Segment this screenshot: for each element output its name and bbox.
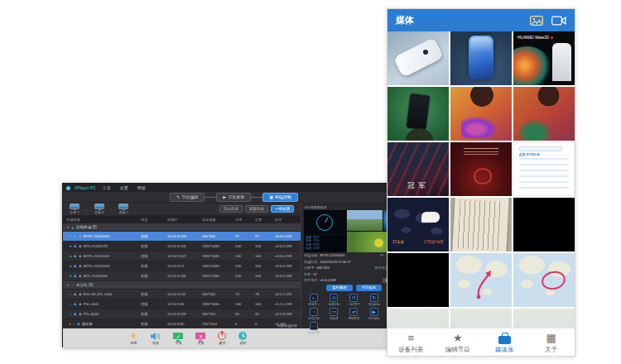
refresh-terminal-list-link[interactable]: 刷新终端列表 xyxy=(277,323,297,328)
tool-timezone[interactable]: ◔时区设置 xyxy=(304,308,324,320)
media-tile-document-photo[interactable] xyxy=(450,198,512,251)
user-icon: ♟ xyxy=(79,264,82,268)
media-tile-trip-itinerary[interactable]: 总里 47360 米 xyxy=(513,142,575,196)
refresh-list-button[interactable]: 刷新列表 xyxy=(245,205,268,213)
status-dot-icon: ○ xyxy=(70,292,72,296)
nav-about[interactable]: ▦ 关于 xyxy=(528,333,575,354)
nav-edit-program[interactable]: ★ 编辑节目 xyxy=(435,333,482,354)
media-tile-map-partial[interactable] xyxy=(388,309,449,328)
status-dot-icon: ● xyxy=(70,234,72,238)
titlebar[interactable]: XPlayer PC 工具 设置 帮助 ─ ✕ xyxy=(63,184,405,192)
user-icon: ♟ xyxy=(74,312,77,316)
user-icon: ♟ xyxy=(74,234,77,238)
media-tile-phone-in-hand[interactable] xyxy=(388,87,449,141)
media-tile-black[interactable] xyxy=(388,253,449,307)
user-icon: ♟ xyxy=(79,254,82,258)
table-row[interactable]: ▸○♟测试屏 在线10.10.9.60 750*11040 0v1.137 xyxy=(63,319,301,328)
screen-off-icon: ✕ xyxy=(195,333,205,339)
video-camera-icon[interactable] xyxy=(551,16,566,26)
table-row[interactable]: ●♟♟MT91-21050003 在线10.10.9.57 1920*10801… xyxy=(63,261,301,271)
sync-icon: ⟳ xyxy=(349,294,358,302)
dock-restart[interactable]: 重启 xyxy=(218,331,226,345)
terminal-name-value: MT91-21050001 xyxy=(320,254,345,258)
tool-restart[interactable]: ↻重启终端 xyxy=(364,294,384,306)
user-icon: ♟ xyxy=(74,244,77,248)
status-dot-icon: ○ xyxy=(70,312,72,316)
media-tile-holi-portrait-2[interactable] xyxy=(513,87,575,141)
tool-time-sync[interactable]: ⟳对时管理 xyxy=(344,294,363,306)
media-tile-map-partial[interactable] xyxy=(513,309,575,328)
power-icon xyxy=(218,332,226,340)
summary-all[interactable]: 全部 9 xyxy=(70,204,79,214)
power-icon: ⊙ xyxy=(330,294,338,302)
clock-icon xyxy=(238,332,247,340)
user-icon: ♟ xyxy=(79,244,82,248)
program-preview-button[interactable]: 节目预览 xyxy=(356,285,382,291)
step-program-edit[interactable]: ✎ 节目编辑 xyxy=(170,193,205,202)
summary-offline[interactable]: 离线 1 xyxy=(118,204,128,214)
screen-on-icon: ✓ xyxy=(173,333,183,339)
group-row-online[interactable]: ▾ ● 在线终端 (5) xyxy=(63,223,301,232)
bottom-nav: ≡ 设备列表 ★ 编辑节目 媒体库 ▦ 关于 xyxy=(388,328,575,357)
dock-volume[interactable]: 音量 xyxy=(150,331,161,345)
restart-icon: ↻ xyxy=(370,294,378,302)
tile-text: HUAWEI Mate30 xyxy=(518,35,553,40)
step-terminal-control[interactable]: ▣ 终端控制 xyxy=(262,193,298,202)
version-value: v3.4.0.239 xyxy=(320,279,336,283)
menu-tools[interactable]: 工具 xyxy=(100,185,113,190)
media-tile-map-route[interactable] xyxy=(450,253,512,307)
mobile-header: 媒体 xyxy=(388,9,575,31)
table-row[interactable]: ○♟♟P5L-0001 在线10.10.9.66 1920*1080100 10… xyxy=(63,299,301,309)
publish-icon: ▶ xyxy=(223,194,226,199)
dock-time-sync[interactable]: 对时 xyxy=(238,331,247,345)
media-tile-black[interactable] xyxy=(513,198,575,251)
media-tile-map-partial[interactable] xyxy=(450,309,512,328)
dock-brightness[interactable]: ☀亮度 xyxy=(130,331,138,345)
export-list-button[interactable]: 导出列表 xyxy=(219,205,243,213)
media-tile-map-circled[interactable] xyxy=(513,253,575,307)
status-dot-icon: ● xyxy=(70,264,72,268)
tool-sync-play[interactable]: ▶同步播放 xyxy=(364,308,384,320)
media-grid: HUAWEI Mate30 冠军 总里 47360 米 17大赛 17国家/地区 xyxy=(388,31,575,328)
user-icon: ♟ xyxy=(74,264,77,268)
table-row[interactable]: ○♟♟P2s-6042 在线10.10.9.129 320*16090 92v4… xyxy=(63,309,301,319)
app-title: XPlayer PC xyxy=(75,185,96,190)
live-screenshot-button[interactable]: 实时截图 xyxy=(326,285,352,291)
table-row[interactable]: ●♟♟MT91-21050102 在线10.10.9.107 1920*1080… xyxy=(63,251,301,261)
list-icon: ≡ xyxy=(407,333,414,344)
panel-title: LED屏截图预览 xyxy=(304,205,327,209)
summary-online[interactable]: 在线 8 xyxy=(94,204,104,214)
dock-screen-off[interactable]: ✕关屏 xyxy=(195,331,205,345)
menu-help[interactable]: 帮助 xyxy=(135,185,148,190)
image-picker-icon[interactable] xyxy=(530,16,543,26)
tool-power[interactable]: ⊙电源控制 xyxy=(324,294,344,306)
menu-settings[interactable]: 设置 xyxy=(118,185,131,190)
step-connector xyxy=(205,197,216,198)
table-row[interactable]: ○♟♟E10-3G-4TL-1001 在线10.10.9.141 320*160… xyxy=(63,290,301,299)
nav-device-list[interactable]: ≡ 设备列表 xyxy=(388,333,435,354)
media-tile-esports-champion[interactable]: 冠军 xyxy=(388,142,449,196)
tool-more[interactable]: ⋯更多设置 xyxy=(304,322,324,334)
clock-preview-image xyxy=(304,210,346,234)
tool-video-source[interactable]: ▭视频源 xyxy=(324,308,344,320)
user-icon: ♟ xyxy=(77,322,80,326)
table-row[interactable]: ●♟♟M71-21020056 在线10.10.9.166 1920*10801… xyxy=(63,271,301,281)
terminal-summary-bar: 全部 9 › 在线 8 › 离线 1 导出列表 刷新列表 一键检测 xyxy=(63,203,301,216)
dock-screen-on[interactable]: ✓开屏 xyxy=(173,331,183,345)
media-tile-holi-portrait-1[interactable] xyxy=(450,87,512,141)
nav-media-library[interactable]: 媒体库 xyxy=(481,333,528,354)
media-tile-dark-world-map[interactable]: 17大赛 17国家/地区 xyxy=(388,198,449,251)
media-tile-white-phone[interactable] xyxy=(388,31,449,85)
user-icon: ♟ xyxy=(74,274,77,278)
media-tile-red-poster[interactable] xyxy=(450,142,512,196)
media-tile-huawei-ad[interactable]: HUAWEI Mate30 xyxy=(513,31,575,85)
detect-all-button[interactable]: 一键检测 xyxy=(271,205,294,213)
media-tile-blue-phone[interactable] xyxy=(450,31,512,85)
tool-network[interactable]: ⇄网络配置 xyxy=(344,308,363,320)
table-row[interactable]: ●♟♟M70-21060129 在线10.10.9.106 1920*10801… xyxy=(63,242,301,251)
chevron-right-icon: ▸ xyxy=(70,322,71,326)
group-row-ungrouped[interactable]: ▾ ○ 未分组 (3) xyxy=(63,281,301,290)
step-program-publish[interactable]: ▶ 节目发布 xyxy=(216,193,251,202)
tool-brightness[interactable]: ◐亮度调节 xyxy=(304,294,324,306)
table-row[interactable]: ●♟♟MT91-21050001 在线10.10.9.104 640*34457… xyxy=(63,232,301,242)
